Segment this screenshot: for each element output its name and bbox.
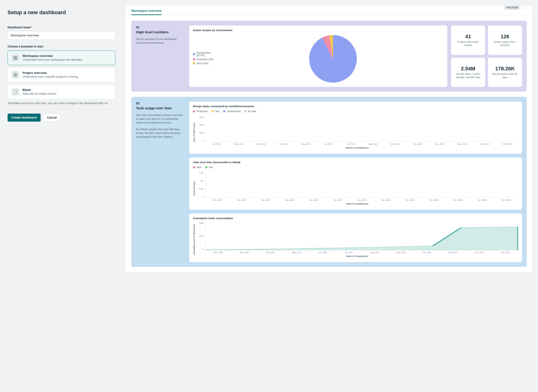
x-axis-label: Month of Completed at	[196, 147, 518, 149]
x-axis-label: Week of Completed at	[196, 203, 518, 205]
area-chart-cumulative: Cumulative tasks consumption Cumulative …	[189, 214, 522, 262]
section-title: High level numbers	[136, 30, 184, 34]
page-title: Setup a new dashboard	[8, 9, 115, 20]
section-desc: See how consumption evolves over time to…	[136, 113, 184, 125]
y-axis: 30M20M10M0	[196, 116, 203, 142]
stat-projects-active: 41 Projects with active recipes	[451, 25, 485, 55]
section-high-level-numbers: 01 High level numbers Get an overview of…	[131, 21, 527, 92]
template-blank[interactable]: Blank Start with an empty canvas	[8, 84, 115, 99]
template-desc: Start with an empty canvas	[23, 92, 56, 95]
x-axis: Feb, 2024Mar, 2024Apr, 2024May, 2024Jun,…	[205, 251, 518, 254]
chart-title: Cumulative tasks consumption	[193, 217, 518, 220]
stat-tasks-30-days: 178.26K Recipe tasks in last 30 days	[488, 58, 522, 87]
template-desc: Understand how a specific project is run…	[23, 75, 78, 78]
dashboard-name-label: Dashboard name*	[8, 26, 115, 29]
template-title: Project overview	[23, 71, 78, 75]
chart-title: Recipe tasks consumed by month/environme…	[193, 105, 518, 108]
stat-active-recipes: 126 Active recipes (non-function)	[488, 25, 522, 55]
template-section-title: Choose a template to start	[8, 45, 115, 48]
section-task-usage: 02 Task usage over time See how consumpt…	[131, 97, 527, 267]
legend-item: Production (5%)	[193, 58, 219, 61]
stat-tasks-month-avg: 2.54M Recipe tasks / month average, last…	[451, 58, 485, 87]
svg-rect-1	[16, 56, 17, 57]
y-axis-label: Cumulative sum of Task Count	[193, 224, 195, 255]
x-axis: Jan, 2024Feb, 2024Mar, 2024Apr, 2024May,…	[205, 143, 518, 145]
section-number: 02	[136, 102, 184, 105]
tab-workspace-overview[interactable]: Workspace overview	[131, 9, 162, 15]
legend-item: Development (92.5%)	[193, 51, 219, 57]
y-axis-label: Count of rows	[193, 181, 195, 196]
chart-plot	[205, 222, 518, 250]
legend-item: No data	[244, 110, 256, 113]
bar-chart-tasks-by-month: Recipe tasks consumed by month/environme…	[189, 102, 522, 154]
cancel-button[interactable]: Cancel	[43, 114, 61, 122]
preview-panel: PREVIEW Workspace overview 01 High level…	[123, 0, 538, 392]
pie-chart-card: Active recipes by environment Developmen…	[189, 25, 447, 87]
preview-tag: PREVIEW	[504, 5, 520, 10]
svg-rect-5	[14, 90, 17, 93]
create-dashboard-button[interactable]: Create dashboard	[8, 114, 41, 122]
bar-chart-jobs-over-time: Jobs over time (successful vs failed) fa…	[189, 158, 522, 210]
pie-chart	[222, 34, 444, 84]
section-desc: Get an overview of your workspace across…	[136, 37, 184, 45]
y-axis: 40M20M0	[196, 222, 203, 250]
template-title: Blank	[23, 88, 56, 92]
legend-item: false	[193, 166, 201, 169]
x-axis-label: Week of Completed at	[196, 255, 518, 257]
template-title: Workspace overview	[23, 54, 82, 58]
blank-canvas-icon	[12, 88, 19, 96]
setup-panel: Setup a new dashboard Dashboard name* Ch…	[0, 0, 123, 392]
y-axis: 7.5M5M2.5M0	[196, 172, 203, 198]
x-axis: Feb, 2024Mar, 2024Apr, 2024May, 2024Jun,…	[205, 199, 518, 201]
svg-rect-3	[16, 58, 17, 60]
section-title: Task usage over time	[136, 106, 184, 110]
y-axis-label: Sum of Task Count	[193, 123, 195, 142]
dashboard-name-input[interactable]	[8, 31, 115, 40]
svg-rect-0	[14, 56, 15, 57]
chart-plot	[205, 172, 518, 198]
template-desc: Understand how your workspaces are opera…	[23, 58, 82, 61]
section-desc: By default, graphs show last 365 days tr…	[136, 127, 184, 139]
template-workspace-overview[interactable]: Workspace overview Understand how your w…	[8, 51, 115, 65]
layers-icon	[12, 71, 19, 79]
legend-item: Test	[212, 110, 220, 113]
svg-marker-4	[14, 73, 17, 75]
section-number: 01	[136, 25, 184, 29]
legend-item: Test (2.5%)	[193, 62, 219, 65]
template-project-overview[interactable]: Project overview Understand how a specif…	[8, 68, 115, 82]
svg-rect-2	[14, 58, 15, 60]
chart-plot	[205, 116, 518, 142]
legend-item: Production	[193, 110, 208, 113]
template-helper-text: Templates are just to help start, you ca…	[8, 102, 115, 109]
legend-item: true	[205, 166, 213, 169]
chart-title: Active recipes by environment	[193, 29, 444, 32]
grid-icon	[12, 54, 19, 62]
chart-title: Jobs over time (successful vs failed)	[193, 161, 518, 164]
legend-item: Development	[223, 110, 241, 113]
